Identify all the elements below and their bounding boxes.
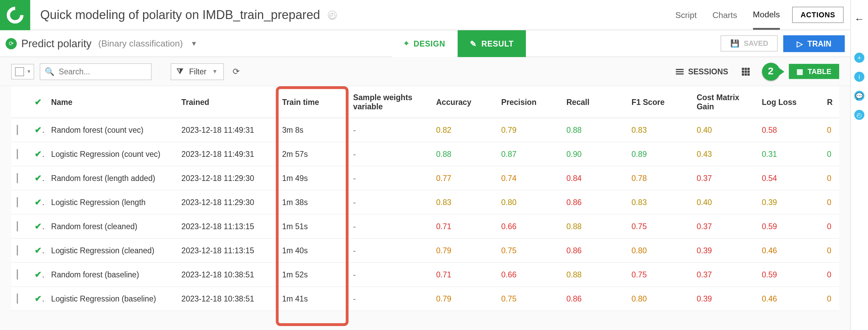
col-checkbox[interactable] (11, 86, 29, 118)
row-trained: 2023-12-18 11:13:15 (176, 238, 277, 262)
right-rail: ← + i 💬 ◴ (851, 0, 868, 330)
table-icon: ▦ (796, 67, 803, 76)
row-trained: 2023-12-18 11:29:30 (176, 190, 277, 214)
result-icon: ✎ (470, 39, 477, 48)
tab-script[interactable]: Script (675, 1, 697, 29)
check-icon: ✔ (35, 197, 45, 207)
result-mode-button[interactable]: ✎ RESULT (458, 30, 526, 57)
filter-dropdown[interactable]: ⧩ Filter ▼ (171, 63, 224, 80)
grid-view-button[interactable] (742, 68, 749, 75)
table-row[interactable]: ✔ Random forest (length added) 2023-12-1… (11, 166, 839, 190)
saved-label: SAVED (744, 39, 768, 48)
train-button[interactable]: ▷ TRAIN (783, 35, 845, 52)
row-recall: 0.88 (561, 118, 626, 142)
select-all-checkbox[interactable]: ▾ (11, 63, 34, 79)
search-icon: 🔍 (45, 67, 54, 76)
row-r: 0 (821, 118, 839, 142)
col-sample[interactable]: Sample weights variable (348, 86, 431, 118)
app-logo[interactable] (0, 0, 30, 30)
table-row[interactable]: ✔ Logistic Regression (length 2023-12-18… (11, 190, 839, 214)
row-cmg: 0.37 (691, 214, 756, 238)
row-cmg: 0.39 (691, 238, 756, 262)
row-cmg: 0.39 (691, 287, 756, 311)
actions-button[interactable]: ACTIONS (792, 7, 844, 23)
row-precision: 0.79 (496, 118, 561, 142)
refresh-button[interactable]: ⟳ (233, 67, 240, 77)
tab-charts[interactable]: Charts (712, 1, 737, 29)
row-checkbox[interactable] (11, 238, 29, 262)
save-icon: 💾 (730, 39, 739, 48)
row-recall: 0.90 (561, 142, 626, 166)
row-status: ✔ (29, 238, 45, 262)
saved-button: 💾 SAVED (721, 35, 778, 52)
row-checkbox[interactable] (11, 287, 29, 311)
row-checkbox[interactable] (11, 118, 29, 142)
tab-models[interactable]: Models (753, 0, 780, 30)
task-subtitle: (Binary classification) (98, 38, 183, 49)
row-name: Random forest (count vec) (45, 118, 176, 142)
col-f1[interactable]: F1 Score (626, 86, 691, 118)
callout-number: 2 (768, 66, 774, 77)
table-row[interactable]: ✔ Logistic Regression (baseline) 2023-12… (11, 287, 839, 311)
rail-info-icon[interactable]: i (854, 72, 865, 82)
row-checkbox[interactable] (11, 262, 29, 287)
back-button[interactable]: ← (854, 14, 865, 25)
design-mode-button[interactable]: ⌖ DESIGN (392, 30, 457, 57)
col-trained[interactable]: Trained (176, 86, 277, 118)
task-badge-icon: ⟳ (6, 38, 17, 49)
history-icon[interactable]: ◴ (328, 11, 337, 19)
col-accuracy[interactable]: Accuracy (431, 86, 496, 118)
row-f1: 0.78 (626, 166, 691, 190)
row-sample: - (348, 166, 431, 190)
check-icon: ✔ (35, 245, 45, 255)
row-name: Logistic Regression (count vec) (45, 142, 176, 166)
chevron-down-icon: ▾ (27, 68, 30, 74)
row-sample: - (348, 262, 431, 287)
rail-add-icon[interactable]: + (854, 53, 865, 63)
col-status[interactable]: ✔ (29, 86, 45, 118)
col-name[interactable]: Name (45, 86, 176, 118)
table-row[interactable]: ✔ Random forest (cleaned) 2023-12-18 11:… (11, 214, 839, 238)
row-checkbox[interactable] (11, 142, 29, 166)
row-name: Logistic Regression (baseline) (45, 287, 176, 311)
chevron-down-icon: ▼ (212, 68, 218, 74)
row-recall: 0.86 (561, 238, 626, 262)
flask-icon: ⌖ (404, 39, 409, 48)
table-row[interactable]: ✔ Random forest (baseline) 2023-12-18 10… (11, 262, 839, 287)
table-row[interactable]: ✔ Random forest (count vec) 2023-12-18 1… (11, 118, 839, 142)
row-sample: - (348, 142, 431, 166)
row-logloss: 0.59 (756, 214, 821, 238)
row-r: 0 (821, 142, 839, 166)
row-f1: 0.80 (626, 287, 691, 311)
row-train-time: 2m 57s (277, 142, 348, 166)
row-accuracy: 0.77 (431, 166, 496, 190)
row-checkbox[interactable] (11, 214, 29, 238)
page-title: Quick modeling of polarity on IMDB_train… (40, 7, 675, 22)
col-cmg[interactable]: Cost Matrix Gain (691, 86, 756, 118)
rail-clock-icon[interactable]: ◴ (854, 110, 865, 120)
search-input[interactable] (59, 67, 146, 76)
col-logloss[interactable]: Log Loss (756, 86, 821, 118)
row-train-time: 1m 52s (277, 262, 348, 287)
row-cmg: 0.37 (691, 262, 756, 287)
search-input-wrapper[interactable]: 🔍 (40, 63, 152, 80)
row-sample: - (348, 118, 431, 142)
row-checkbox[interactable] (11, 166, 29, 190)
task-selector[interactable]: ⟳ Predict polarity (Binary classificatio… (6, 37, 197, 50)
row-precision: 0.75 (496, 238, 561, 262)
table-row[interactable]: ✔ Logistic Regression (cleaned) 2023-12-… (11, 238, 839, 262)
col-train-time[interactable]: Train time (277, 86, 348, 118)
col-precision[interactable]: Precision (496, 86, 561, 118)
filter-icon: ⧩ (177, 67, 183, 76)
table-row[interactable]: ✔ Logistic Regression (count vec) 2023-1… (11, 142, 839, 166)
row-trained: 2023-12-18 11:13:15 (176, 214, 277, 238)
row-accuracy: 0.79 (431, 287, 496, 311)
row-checkbox[interactable] (11, 190, 29, 214)
table-label: TABLE (808, 67, 831, 76)
table-view-button[interactable]: ▦ TABLE (789, 64, 839, 79)
list-icon (676, 69, 684, 74)
rail-chat-icon[interactable]: 💬 (854, 91, 865, 101)
col-r[interactable]: R (821, 86, 839, 118)
sessions-button[interactable]: SESSIONS (676, 67, 728, 76)
col-recall[interactable]: Recall (561, 86, 626, 118)
